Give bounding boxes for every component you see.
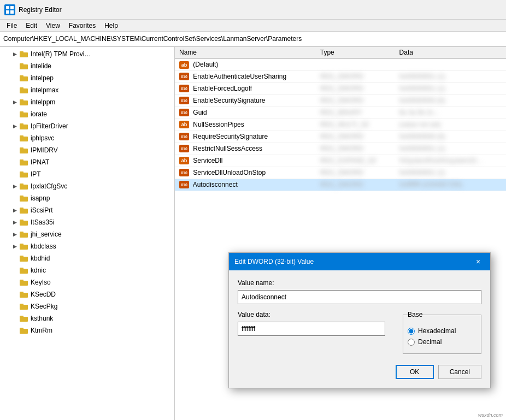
table-row[interactable]: 010 RestrictNullSessAccess REG_DWORD 0x0… [175,143,506,155]
spacer-icon [11,194,19,202]
tree-item-ktmrm[interactable]: KtmRm [0,324,174,336]
base-group-title: Base [408,311,422,318]
tree-panel: ▶ Intel(R) TPM Provi… intelide [0,47,175,420]
tree-item-ksthunk[interactable]: ksthunk [0,312,174,324]
table-row[interactable]: 010 EnableSecuritySignature REG_DWORD 0x… [175,94,506,107]
reg-ab-icon: ab [179,121,189,128]
table-row[interactable]: ab (Default) [175,58,506,70]
dec-radio[interactable] [408,339,415,346]
tree-label: ksthunk [31,315,53,322]
dialog-body: Value name: Value data: Base Hexadecimal [229,270,490,388]
value-data-col: Value data: [238,311,385,354]
reg-data-cell: 0x00000001 (1) [395,167,506,179]
spacer-icon [11,86,19,94]
table-row[interactable]: 010 ServiceDllUnloadOnStop REG_DWORD 0x0… [175,167,506,179]
tree-item-ksecdd[interactable]: KSecDD [0,288,174,300]
col-name: Name [175,47,316,58]
value-name-input[interactable] [238,290,481,304]
table-row[interactable]: 010 EnableForcedLogoff REG_DWORD 0x00000… [175,82,506,94]
ok-button[interactable]: OK [396,365,434,379]
dialog-close-button[interactable]: × [472,256,485,267]
reg-name: Guid [193,109,207,116]
col-data: Data [395,47,506,58]
chevron-right-icon: ▶ [11,218,19,226]
menu-help[interactable]: Help [100,21,122,31]
reg-data-cell: 0xffffffff (4294967295) [395,179,506,191]
hex-label[interactable]: Hexadecimal [418,327,456,335]
table-row[interactable]: ab NullSessionPipes REG_MULTI_SZ (value … [175,119,506,131]
folder-icon [20,266,28,275]
tree-item-intelppm[interactable]: ▶ intelppm [0,96,174,108]
chevron-right-icon: ▶ [11,242,19,250]
value-data-label: Value data: [238,311,385,318]
spacer-icon [11,74,19,82]
tree-label: iphlpsvc [31,134,54,142]
tree-item-intelpmax[interactable]: intelpmax [0,84,174,96]
reg-type-cell: REG_DWORD [316,167,395,179]
reg-name-cell: 010 RestrictNullSessAccess [175,143,316,155]
tree-item-ksecpkg[interactable]: KSecPkg [0,300,174,312]
value-data-input[interactable] [238,322,385,336]
menu-favorites[interactable]: Favorites [64,21,100,31]
dec-label[interactable]: Decimal [418,338,442,346]
reg-data-cell [395,58,506,70]
decimal-option[interactable]: Decimal [408,338,476,346]
tree-item-iscsiPrt[interactable]: ▶ iScsiPrt [0,204,174,216]
cancel-button[interactable]: Cancel [438,365,481,379]
table-row[interactable]: ab ServiceDll REG_EXPAND_SZ %SystemRoot%… [175,155,506,167]
chevron-right-icon: ▶ [11,50,19,58]
reg-name: ServiceDllUnloadOnStop [193,169,266,176]
spacer-icon [11,279,19,286]
reg-type-cell [316,58,395,70]
tree-item-kbdclass[interactable]: ▶ kbdclass [0,240,174,252]
tree-item-iphlpsvc[interactable]: iphlpsvc [0,132,174,144]
spacer-icon [11,62,19,70]
svg-rect-13 [20,99,23,102]
tree-item-ipfilterdriver[interactable]: ▶ IpFilterDriver [0,120,174,132]
folder-icon [20,62,28,70]
hex-radio[interactable] [408,328,415,335]
svg-rect-15 [20,111,23,114]
svg-rect-35 [20,232,23,234]
reg-dword-icon: 010 [179,133,189,140]
svg-rect-19 [20,135,23,138]
reg-dword-icon: 010 [179,97,189,104]
svg-rect-2 [6,10,9,14]
tree-item-intelpep[interactable]: intelpep [0,72,174,84]
reg-name-cell: 010 EnableForcedLogoff [175,82,316,94]
menu-edit[interactable]: Edit [21,21,42,31]
tree-item-ipnat[interactable]: IPNAT [0,156,174,168]
edit-dword-dialog[interactable]: Edit DWORD (32-bit) Value × Value name: … [228,252,491,388]
spacer-icon [11,110,19,118]
chevron-right-icon: ▶ [11,122,19,130]
tree-item-isapnp[interactable]: isapnp [0,192,174,204]
tree-item-ipmidrv[interactable]: IPMIDRV [0,144,174,156]
tree-item-itSas35i[interactable]: ▶ ItSas35i [0,216,174,228]
tree-item-kbdhid[interactable]: kbdhid [0,252,174,264]
reg-dword-icon: 010 [179,169,189,176]
tree-item-iorate[interactable]: iorate [0,108,174,120]
tree-item-tpm[interactable]: ▶ Intel(R) TPM Provi… [0,48,174,60]
reg-name: NullSessionPipes [193,121,244,128]
table-row[interactable]: 010 Autodisconnect REG_DWORD 0xffffffff … [175,179,506,191]
tree-item-ipt[interactable]: IPT [0,168,174,180]
table-row[interactable]: 010 EnableAuthenticateUserSharing REG_DW… [175,70,506,82]
tree-item-keyiso[interactable]: KeyIso [0,276,174,288]
address-path[interactable]: Computer\HKEY_LOCAL_MACHINE\SYSTEM\Curre… [3,35,302,43]
reg-name: RequireSecuritySignature [193,133,268,140]
folder-icon [20,326,28,335]
tree-item-jhi_service[interactable]: ▶ jhi_service [0,228,174,240]
tree-label: iorate [31,110,47,118]
tree-item-intelide[interactable]: intelide [0,60,174,72]
tree-item-ipxlatcfgsvc[interactable]: ▶ IpxlatCfgSvc [0,180,174,192]
menu-file[interactable]: File [2,21,21,31]
spacer-icon [11,327,19,334]
tree-item-kdnic[interactable]: kdnic [0,264,174,276]
table-row[interactable]: 010 Guid REG_BINARY 6e 3a 5b 2c... [175,107,506,119]
folder-icon [20,158,28,167]
reg-data-cell: 0x00000001 (1) [395,82,506,94]
table-row[interactable]: 010 RequireSecuritySignature REG_DWORD 0… [175,131,506,143]
menu-view[interactable]: View [42,21,64,31]
hexadecimal-option[interactable]: Hexadecimal [408,327,476,335]
tree-label: KSecPkg [31,303,57,310]
